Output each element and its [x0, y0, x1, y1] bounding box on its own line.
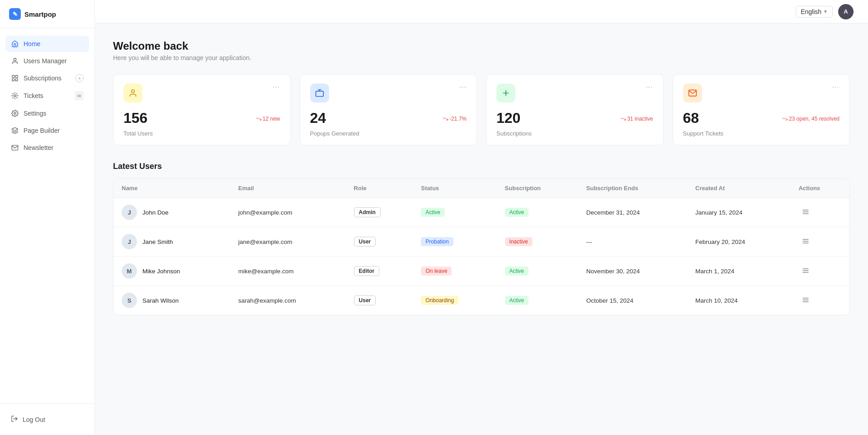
- stat-more-users[interactable]: ···: [273, 84, 280, 91]
- sidebar-item-newsletter[interactable]: Newsletter: [5, 140, 89, 156]
- action-button-2[interactable]: [798, 265, 813, 277]
- cell-subscription-2: Active: [497, 257, 578, 286]
- sub-badge-1: Inactive: [505, 237, 533, 246]
- cell-actions-1: [790, 227, 849, 257]
- stat-row-subs: 120 31 inactive: [496, 110, 653, 127]
- sidebar-logo: ✎ Smartpop: [0, 0, 94, 28]
- col-status: Status: [413, 179, 496, 198]
- sidebar: ✎ Smartpop Home Users Manager Subscripti…: [0, 0, 95, 435]
- users-table-container: Name Email Role Status Subscription Subs…: [113, 178, 850, 315]
- sidebar-item-subscriptions-label: Subscriptions: [24, 75, 61, 82]
- cell-name-1: J Jane Smith: [113, 227, 230, 257]
- stat-number-tickets: 68: [683, 110, 699, 126]
- col-email: Email: [230, 179, 346, 198]
- col-subscription-ends: Subscription Ends: [578, 179, 687, 198]
- table-row: M Mike Johnson mike@example.com Editor O…: [113, 257, 849, 286]
- user-avatar-2: M: [122, 263, 137, 279]
- cell-subscription-0: Active: [497, 198, 578, 227]
- cell-role-2: Editor: [346, 257, 413, 286]
- cell-subscription-3: Active: [497, 286, 578, 315]
- svg-rect-2: [15, 75, 18, 78]
- chevron-down-icon: ▼: [823, 9, 828, 14]
- avatar[interactable]: A: [838, 4, 854, 19]
- col-actions: Actions: [790, 179, 849, 198]
- table-row: J John Doe john@example.com Admin Active…: [113, 198, 849, 227]
- user-name-1: Jane Smith: [142, 239, 173, 245]
- sidebar-item-tickets[interactable]: Tickets ✉: [5, 87, 89, 104]
- logout-label: Log Out: [23, 416, 45, 423]
- svg-marker-7: [12, 127, 18, 131]
- cell-role-1: User: [346, 227, 413, 257]
- action-button-3[interactable]: [798, 295, 813, 307]
- stat-more-popups[interactable]: ···: [459, 84, 467, 91]
- language-selector[interactable]: English ▼: [796, 6, 833, 18]
- stat-number-users: 156: [123, 110, 147, 126]
- stat-row-tickets: 68 23 open, 45 resolved: [683, 110, 840, 127]
- sidebar-item-settings-label: Settings: [24, 110, 47, 117]
- stats-grid: ··· 156 12 new Total Users ···: [113, 74, 850, 145]
- content-area: Welcome back Here you will be able to ma…: [95, 23, 868, 435]
- svg-point-5: [14, 95, 16, 97]
- cell-actions-2: [790, 257, 849, 286]
- page-title: Welcome back: [113, 40, 850, 52]
- users-stat-icon: [123, 84, 142, 103]
- tickets-icon: [11, 92, 19, 100]
- subscriptions-add-button[interactable]: +: [75, 74, 84, 82]
- cell-status-0: Active: [413, 198, 496, 227]
- svg-point-9: [132, 90, 135, 93]
- col-subscription: Subscription: [497, 179, 578, 198]
- sidebar-item-tickets-label: Tickets: [24, 92, 43, 99]
- stat-number-popups: 24: [310, 110, 326, 126]
- logout-icon: [11, 415, 18, 424]
- stat-card-tickets: ··· 68 23 open, 45 resolved Support Tick…: [673, 74, 850, 145]
- svg-rect-4: [15, 79, 18, 81]
- logout-button[interactable]: Log Out: [5, 411, 89, 428]
- cell-email-0: john@example.com: [230, 198, 346, 227]
- action-button-1[interactable]: [798, 236, 813, 248]
- stat-change-tickets-label: 23 open, 45 resolved: [789, 116, 840, 122]
- cell-sub-ends-2: November 30, 2024: [578, 257, 687, 286]
- users-table: Name Email Role Status Subscription Subs…: [113, 179, 849, 315]
- sidebar-item-home[interactable]: Home: [5, 36, 89, 52]
- sidebar-item-subscriptions[interactable]: Subscriptions +: [5, 70, 89, 86]
- stat-more-subs[interactable]: ···: [646, 84, 653, 91]
- cell-name-2: M Mike Johnson: [113, 257, 230, 286]
- sidebar-nav: Home Users Manager Subscriptions + Ticke: [0, 28, 94, 403]
- svg-point-0: [14, 58, 16, 61]
- table-body: J John Doe john@example.com Admin Active…: [113, 198, 849, 315]
- page-subtitle: Here you will be able to manage your app…: [113, 54, 850, 61]
- stat-label-subs: Subscriptions: [496, 130, 653, 137]
- sidebar-bottom: Log Out: [0, 403, 94, 435]
- sidebar-item-page-builder-label: Page Builder: [24, 127, 60, 134]
- sub-badge-0: Active: [505, 208, 529, 217]
- stat-more-tickets[interactable]: ···: [832, 84, 840, 91]
- cell-email-2: mike@example.com: [230, 257, 346, 286]
- topbar-right: English ▼ A: [796, 4, 854, 19]
- sidebar-item-settings[interactable]: Settings: [5, 105, 89, 122]
- cell-sub-ends-3: October 15, 2024: [578, 286, 687, 315]
- svg-point-6: [14, 112, 16, 114]
- svg-rect-10: [316, 91, 323, 97]
- status-badge-3: Onboarding: [421, 296, 458, 305]
- cell-email-1: jane@example.com: [230, 227, 346, 257]
- cell-sub-ends-0: December 31, 2024: [578, 198, 687, 227]
- settings-icon: [11, 109, 19, 117]
- users-icon: [11, 57, 19, 65]
- role-badge-2: Editor: [354, 266, 380, 276]
- stat-number-subs: 120: [496, 110, 520, 126]
- cell-role-0: Admin: [346, 198, 413, 227]
- stat-label-popups: Popups Generated: [310, 130, 467, 137]
- cell-created-at-0: January 15, 2024: [687, 198, 790, 227]
- stat-change-users-label: 12 new: [263, 116, 280, 122]
- action-button-0[interactable]: [798, 206, 813, 219]
- sidebar-item-users-manager[interactable]: Users Manager: [5, 53, 89, 69]
- sidebar-item-page-builder[interactable]: Page Builder: [5, 122, 89, 139]
- stat-card-popups: ··· 24 -21.7% Popups Generated: [300, 74, 477, 145]
- stat-change-users: 12 new: [256, 116, 280, 122]
- col-role: Role: [346, 179, 413, 198]
- cell-created-at-3: March 10, 2024: [687, 286, 790, 315]
- cell-role-3: User: [346, 286, 413, 315]
- stat-card-total-users: ··· 156 12 new Total Users: [113, 74, 291, 145]
- table-header: Name Email Role Status Subscription Subs…: [113, 179, 849, 198]
- cell-name-0: J John Doe: [113, 198, 230, 227]
